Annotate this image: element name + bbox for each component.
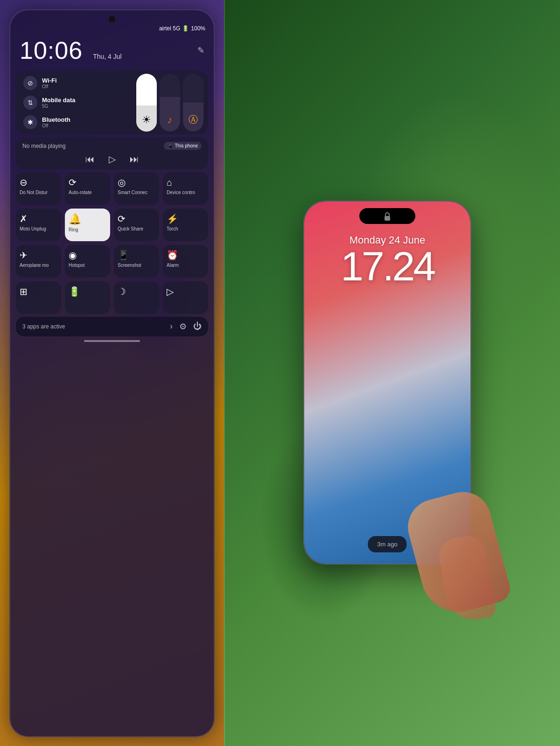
tile-screenshot[interactable]: 📱 Screenshot: [114, 245, 159, 278]
tile-auto-rotate-label: Auto-rotate: [69, 190, 91, 195]
extra3-icon: ☽: [118, 287, 126, 296]
device-control-icon: ⌂: [167, 178, 172, 187]
media-status: No media playing: [22, 143, 66, 149]
tile-alarm[interactable]: ⏰ Alarm: [163, 245, 208, 278]
wifi-icon: ⊘: [23, 76, 37, 90]
carrier-text: airtel 5G: [159, 25, 180, 32]
tile-do-not-disturb[interactable]: ⊖ Do Not Distur: [16, 172, 61, 205]
brightness-slider[interactable]: ☀: [136, 74, 157, 132]
screenshot-icon: 📱: [118, 251, 129, 260]
battery-text: 100%: [191, 25, 205, 32]
arrow-icon[interactable]: ›: [170, 321, 173, 332]
active-apps-text: 3 apps are active: [22, 323, 65, 330]
ring-icon: 🔔: [69, 214, 81, 224]
bottom-icons: › ⚙ ⏻: [170, 321, 202, 332]
home-indicator[interactable]: [84, 340, 140, 342]
android-phone-body: airtel 5G 🔋 100% 10:06 Thu, 4 Jul ✎ ⊘ Wi…: [9, 9, 215, 737]
mobile-data-icon: ⇅: [23, 96, 37, 110]
music-note-icon: ♪: [168, 114, 173, 126]
tile-aeroplane-label: Aeroplane mo: [20, 263, 49, 268]
this-phone-badge[interactable]: 📱 This phone: [164, 142, 202, 150]
camera-notch: [109, 16, 115, 22]
tile-device-control-label: Device contro: [167, 190, 195, 195]
tile-extra4[interactable]: ▷: [163, 281, 208, 314]
notification-pill[interactable]: 3m ago: [368, 536, 406, 552]
svg-rect-0: [385, 216, 390, 221]
tile-extra3[interactable]: ☽: [114, 281, 159, 314]
do-not-disturb-icon: ⊖: [20, 178, 28, 187]
bluetooth-icon: ✱: [23, 115, 37, 129]
tile-extra1[interactable]: ⊞: [16, 281, 61, 314]
panel-divider: [224, 0, 225, 746]
music-slider[interactable]: ♪: [160, 74, 180, 132]
media-top: No media playing 📱 This phone: [22, 142, 202, 150]
power-icon[interactable]: ⏻: [193, 321, 202, 332]
hotspot-icon: ◉: [69, 251, 77, 260]
extra4-icon: ▷: [167, 287, 174, 296]
clock-date: Thu, 4 Jul: [93, 53, 121, 60]
media-controls: ⏮ ▷ ⏭: [22, 153, 202, 165]
tile-hotspot[interactable]: ◉ Hotspot: [65, 245, 110, 278]
tile-quick-share[interactable]: ⟳ Quick Share: [114, 209, 159, 241]
tile-ring[interactable]: 🔔 Ring: [65, 209, 110, 241]
settings-icon[interactable]: ⚙: [179, 321, 187, 332]
tile-extra2[interactable]: 🔋: [65, 281, 110, 314]
aeroplane-icon: ✈: [20, 251, 28, 260]
tile-do-not-disturb-label: Do Not Distur: [20, 190, 48, 195]
lock-icon-area: [384, 212, 391, 223]
connectivity-panel: ⊘ Wi-Fi Off ⇅ Mobile data 5G ✱: [16, 71, 208, 134]
tile-torch-label: Torch: [167, 226, 178, 232]
moto-unplug-icon: ✗: [20, 214, 28, 223]
tile-aeroplane[interactable]: ✈ Aeroplane mo: [16, 245, 61, 278]
mobile-data-label: Mobile data: [42, 97, 76, 104]
tile-device-control[interactable]: ⌂ Device contro: [163, 172, 208, 205]
bluetooth-label: Bluetooth: [42, 116, 70, 123]
auto-rotate-icon: ⟳: [69, 178, 77, 187]
quick-share-icon: ⟳: [118, 214, 126, 223]
bluetooth-text: Bluetooth Off: [42, 116, 70, 128]
clock-section: 10:06 Thu, 4 Jul ✎: [10, 32, 214, 68]
auto-brightness-icon: Ⓐ: [189, 113, 198, 126]
extra1-icon: ⊞: [20, 287, 28, 296]
bluetooth-item[interactable]: ✱ Bluetooth Off: [21, 113, 133, 132]
play-button[interactable]: ▷: [109, 153, 116, 165]
iphone-time: 17.24: [304, 246, 470, 287]
edit-icon[interactable]: ✎: [197, 45, 204, 56]
tile-smart-connect[interactable]: ◎ Smart Connec: [114, 172, 159, 205]
iphone-panel: Monday 24 June 17.24 3m ago: [224, 0, 560, 746]
mobile-data-sub: 5G: [42, 104, 76, 109]
brightness-icon: ☀: [142, 114, 151, 126]
iphone-container: Monday 24 June 17.24 3m ago: [303, 201, 481, 583]
bluetooth-sub: Off: [42, 123, 70, 128]
clock-time: 10:06: [20, 36, 83, 64]
quick-tiles-grid: ⊖ Do Not Distur ⟳ Auto-rotate ◎ Smart Co…: [16, 172, 208, 314]
wifi-text: Wi-Fi Off: [42, 77, 57, 89]
prev-button[interactable]: ⏮: [85, 154, 95, 165]
tile-ring-label: Ring: [69, 227, 78, 233]
smart-connect-icon: ◎: [118, 178, 126, 187]
phone-icon: 📱: [168, 143, 173, 148]
notification-time: 3m ago: [377, 541, 397, 548]
mobile-data-item[interactable]: ⇅ Mobile data 5G: [21, 93, 133, 112]
mobile-data-text: Mobile data 5G: [42, 97, 76, 109]
wifi-item[interactable]: ⊘ Wi-Fi Off: [21, 74, 133, 92]
lock-icon: [384, 212, 391, 221]
android-panel: airtel 5G 🔋 100% 10:06 Thu, 4 Jul ✎ ⊘ Wi…: [0, 0, 224, 746]
tile-smart-connect-label: Smart Connec: [118, 190, 147, 195]
next-button[interactable]: ⏭: [130, 154, 139, 165]
auto-brightness-slider[interactable]: Ⓐ: [183, 74, 203, 132]
tile-alarm-label: Alarm: [167, 263, 179, 268]
slider-controls: ☀ ♪ Ⓐ: [136, 74, 203, 132]
tile-quick-share-label: Quick Share: [118, 226, 143, 232]
alarm-icon: ⏰: [167, 251, 178, 260]
tile-auto-rotate[interactable]: ⟳ Auto-rotate: [65, 172, 110, 205]
extra2-icon: 🔋: [69, 287, 80, 296]
tile-torch[interactable]: ⚡ Torch: [163, 209, 208, 241]
wifi-label: Wi-Fi: [42, 77, 57, 84]
tile-moto-unplug[interactable]: ✗ Moto Unplug: [16, 209, 61, 241]
battery-icon: 🔋: [182, 25, 189, 32]
bottom-bar: 3 apps are active › ⚙ ⏻: [16, 317, 208, 336]
wifi-sub: Off: [42, 84, 57, 89]
connectivity-items: ⊘ Wi-Fi Off ⇅ Mobile data 5G ✱: [21, 74, 133, 132]
status-bar: airtel 5G 🔋 100%: [10, 22, 214, 32]
